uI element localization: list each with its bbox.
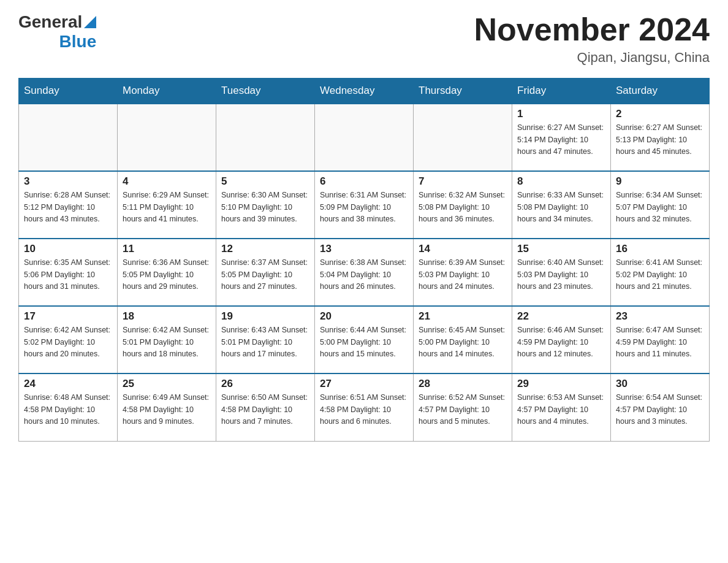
week-row-1: 1Sunrise: 6:27 AM Sunset: 5:14 PM Daylig… [19,104,710,171]
page-header: General Blue November 2024 Qipan, Jiangs… [18,12,710,66]
day-number: 11 [123,243,211,255]
calendar-cell: 27Sunrise: 6:51 AM Sunset: 4:58 PM Dayli… [315,373,414,441]
month-title: November 2024 [474,12,710,47]
day-number: 13 [320,243,408,255]
day-number: 27 [320,378,408,390]
week-row-4: 17Sunrise: 6:42 AM Sunset: 5:02 PM Dayli… [19,306,710,373]
day-number: 9 [616,175,704,188]
calendar-cell: 16Sunrise: 6:41 AM Sunset: 5:02 PM Dayli… [611,239,710,306]
day-info: Sunrise: 6:35 AM Sunset: 5:06 PM Dayligh… [24,257,112,293]
day-number: 25 [123,378,211,390]
calendar-cell: 19Sunrise: 6:43 AM Sunset: 5:01 PM Dayli… [216,306,315,373]
day-number: 24 [24,378,112,390]
day-info: Sunrise: 6:46 AM Sunset: 4:59 PM Dayligh… [517,324,605,360]
day-number: 29 [517,378,605,390]
day-number: 7 [419,175,507,188]
day-number: 23 [616,310,704,323]
calendar-cell: 5Sunrise: 6:30 AM Sunset: 5:10 PM Daylig… [216,171,315,239]
calendar-cell: 1Sunrise: 6:27 AM Sunset: 5:14 PM Daylig… [512,104,611,171]
calendar-cell: 2Sunrise: 6:27 AM Sunset: 5:13 PM Daylig… [611,104,710,171]
day-info: Sunrise: 6:28 AM Sunset: 5:12 PM Dayligh… [24,190,112,225]
calendar-cell: 21Sunrise: 6:45 AM Sunset: 5:00 PM Dayli… [414,306,512,373]
day-number: 8 [517,175,605,188]
day-number: 22 [517,310,605,323]
day-info: Sunrise: 6:42 AM Sunset: 5:01 PM Dayligh… [123,324,211,360]
calendar-cell: 6Sunrise: 6:31 AM Sunset: 5:09 PM Daylig… [315,171,414,239]
calendar-cell: 14Sunrise: 6:39 AM Sunset: 5:03 PM Dayli… [414,239,512,306]
logo-general-text: General [18,12,82,32]
day-of-week-monday: Monday [118,79,216,104]
day-info: Sunrise: 6:42 AM Sunset: 5:02 PM Dayligh… [24,324,112,360]
logo-blue-text: Blue [59,32,97,52]
day-info: Sunrise: 6:31 AM Sunset: 5:09 PM Dayligh… [320,190,408,225]
day-of-week-tuesday: Tuesday [216,79,315,104]
day-number: 28 [419,378,507,390]
calendar-cell: 29Sunrise: 6:53 AM Sunset: 4:57 PM Dayli… [512,373,611,441]
day-info: Sunrise: 6:33 AM Sunset: 5:08 PM Dayligh… [517,190,605,225]
day-info: Sunrise: 6:27 AM Sunset: 5:14 PM Dayligh… [517,122,605,158]
day-info: Sunrise: 6:38 AM Sunset: 5:04 PM Dayligh… [320,257,408,293]
day-info: Sunrise: 6:48 AM Sunset: 4:58 PM Dayligh… [24,392,112,427]
calendar-cell: 25Sunrise: 6:49 AM Sunset: 4:58 PM Dayli… [118,373,216,441]
calendar-cell: 20Sunrise: 6:44 AM Sunset: 5:00 PM Dayli… [315,306,414,373]
day-of-week-saturday: Saturday [611,79,710,104]
day-number: 26 [221,378,309,390]
day-info: Sunrise: 6:29 AM Sunset: 5:11 PM Dayligh… [123,190,211,225]
day-number: 1 [517,108,605,120]
day-info: Sunrise: 6:34 AM Sunset: 5:07 PM Dayligh… [616,190,704,225]
calendar-cell: 15Sunrise: 6:40 AM Sunset: 5:03 PM Dayli… [512,239,611,306]
calendar-cell: 22Sunrise: 6:46 AM Sunset: 4:59 PM Dayli… [512,306,611,373]
svg-marker-0 [84,16,96,28]
calendar-cell: 8Sunrise: 6:33 AM Sunset: 5:08 PM Daylig… [512,171,611,239]
day-info: Sunrise: 6:43 AM Sunset: 5:01 PM Dayligh… [221,324,309,360]
calendar-cell [19,104,118,171]
day-of-week-friday: Friday [512,79,611,104]
day-info: Sunrise: 6:50 AM Sunset: 4:58 PM Dayligh… [221,392,309,427]
day-info: Sunrise: 6:44 AM Sunset: 5:00 PM Dayligh… [320,324,408,360]
calendar-cell: 28Sunrise: 6:52 AM Sunset: 4:57 PM Dayli… [414,373,512,441]
day-info: Sunrise: 6:52 AM Sunset: 4:57 PM Dayligh… [419,392,507,427]
day-info: Sunrise: 6:45 AM Sunset: 5:00 PM Dayligh… [419,324,507,360]
calendar-cell: 26Sunrise: 6:50 AM Sunset: 4:58 PM Dayli… [216,373,315,441]
day-number: 6 [320,175,408,188]
day-info: Sunrise: 6:41 AM Sunset: 5:02 PM Dayligh… [616,257,704,293]
calendar-cell [118,104,216,171]
calendar-cell: 18Sunrise: 6:42 AM Sunset: 5:01 PM Dayli… [118,306,216,373]
day-number: 30 [616,378,704,390]
day-of-week-thursday: Thursday [414,79,512,104]
day-info: Sunrise: 6:27 AM Sunset: 5:13 PM Dayligh… [616,122,704,158]
calendar-cell: 13Sunrise: 6:38 AM Sunset: 5:04 PM Dayli… [315,239,414,306]
day-info: Sunrise: 6:39 AM Sunset: 5:03 PM Dayligh… [419,257,507,293]
week-row-3: 10Sunrise: 6:35 AM Sunset: 5:06 PM Dayli… [19,239,710,306]
week-row-2: 3Sunrise: 6:28 AM Sunset: 5:12 PM Daylig… [19,171,710,239]
day-info: Sunrise: 6:47 AM Sunset: 4:59 PM Dayligh… [616,324,704,360]
day-number: 15 [517,243,605,255]
day-info: Sunrise: 6:37 AM Sunset: 5:05 PM Dayligh… [221,257,309,293]
day-number: 14 [419,243,507,255]
day-number: 2 [616,108,704,120]
day-of-week-sunday: Sunday [19,79,118,104]
day-info: Sunrise: 6:30 AM Sunset: 5:10 PM Dayligh… [221,190,309,225]
calendar-cell: 17Sunrise: 6:42 AM Sunset: 5:02 PM Dayli… [19,306,118,373]
day-info: Sunrise: 6:54 AM Sunset: 4:57 PM Dayligh… [616,392,704,427]
day-number: 12 [221,243,309,255]
calendar-cell: 23Sunrise: 6:47 AM Sunset: 4:59 PM Dayli… [611,306,710,373]
day-number: 17 [24,310,112,323]
calendar-cell: 12Sunrise: 6:37 AM Sunset: 5:05 PM Dayli… [216,239,315,306]
calendar-cell: 10Sunrise: 6:35 AM Sunset: 5:06 PM Dayli… [19,239,118,306]
day-number: 20 [320,310,408,323]
day-number: 21 [419,310,507,323]
calendar-cell [414,104,512,171]
day-number: 19 [221,310,309,323]
day-info: Sunrise: 6:53 AM Sunset: 4:57 PM Dayligh… [517,392,605,427]
day-of-week-wednesday: Wednesday [315,79,414,104]
calendar-cell [216,104,315,171]
day-info: Sunrise: 6:49 AM Sunset: 4:58 PM Dayligh… [123,392,211,427]
calendar-cell: 7Sunrise: 6:32 AM Sunset: 5:08 PM Daylig… [414,171,512,239]
days-header-row: SundayMondayTuesdayWednesdayThursdayFrid… [19,79,710,104]
day-info: Sunrise: 6:32 AM Sunset: 5:08 PM Dayligh… [419,190,507,225]
day-info: Sunrise: 6:40 AM Sunset: 5:03 PM Dayligh… [517,257,605,293]
calendar-cell: 9Sunrise: 6:34 AM Sunset: 5:07 PM Daylig… [611,171,710,239]
calendar-cell: 3Sunrise: 6:28 AM Sunset: 5:12 PM Daylig… [19,171,118,239]
day-number: 3 [24,175,112,188]
